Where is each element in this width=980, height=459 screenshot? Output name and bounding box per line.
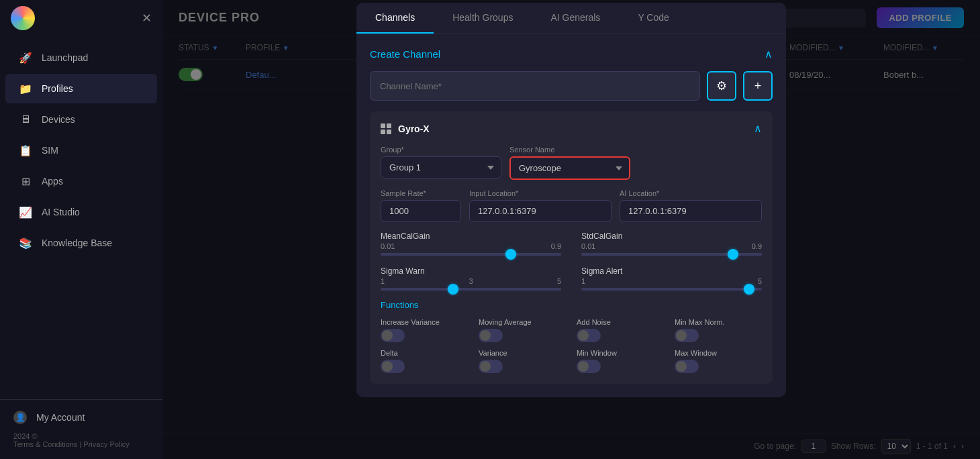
sidebar-item-launchpad[interactable]: 🚀 Launchpad (5, 43, 157, 72)
sim-icon: 📋 (19, 144, 32, 157)
sigma-alert-range: 1 5 (581, 277, 762, 285)
channel-card-header: Gyro-X ∧ (381, 122, 762, 135)
sidebar-item-ai-studio[interactable]: 📈 AI Studio (5, 197, 157, 227)
user-avatar: 👤 (13, 411, 27, 424)
toggle-min-window[interactable] (577, 360, 601, 373)
settings-button[interactable]: ⚙ (707, 71, 736, 101)
close-icon[interactable]: ✕ (142, 11, 152, 26)
add-button[interactable]: + (743, 71, 773, 101)
function-moving-average: Moving Average (479, 318, 566, 342)
ai-location-field: AI Location* (620, 189, 762, 222)
create-channel-section-header: Create Channel ∧ (370, 48, 773, 60)
toggle-moving-average[interactable] (479, 329, 503, 342)
my-account-label: My Account (36, 412, 85, 423)
channel-name-input[interactable] (370, 71, 700, 101)
sidebar-item-devices[interactable]: 🖥 Devices (5, 105, 157, 134)
toggle-max-window[interactable] (675, 360, 699, 373)
sidebar-item-profiles[interactable]: 📁 Profiles (5, 74, 157, 103)
group-field: Group* Group 1 (381, 146, 501, 180)
ai-studio-icon: 📈 (19, 205, 32, 219)
toggle-variance[interactable] (479, 360, 503, 373)
sigma-sliders: Sigma Warn 1 3 5 Sigma Alert (381, 266, 762, 291)
toggle-add-noise[interactable] (577, 329, 601, 342)
sigma-warn-range: 1 3 5 (381, 277, 561, 285)
cal-gain-sliders: MeanCalGain 0.01 0.9 StdCalGain (381, 232, 762, 257)
function-min-max-norm: Min Max Norm. (675, 318, 762, 342)
ai-location-input[interactable] (620, 200, 762, 222)
sigma-alert-group: Sigma Alert 1 5 (581, 266, 762, 291)
sidebar-item-label: AI Studio (42, 207, 80, 217)
mean-cal-gain-track (381, 253, 561, 256)
input-location-field: Input Location* (469, 189, 611, 222)
sidebar: ✕ 🚀 Launchpad 📁 Profiles 🖥 Devices 📋 SIM… (0, 0, 162, 459)
devices-icon: 🖥 (19, 113, 32, 126)
sigma-alert-label: Sigma Alert (581, 266, 762, 276)
mean-cal-gain-thumb[interactable] (505, 249, 516, 260)
input-location-label: Input Location* (469, 189, 611, 197)
tab-health-groups[interactable]: Health Groups (434, 3, 532, 34)
channel-collapse-button[interactable]: ∧ (754, 122, 762, 135)
toggle-min-max-norm[interactable] (675, 329, 699, 342)
tab-ai-generals[interactable]: AI Generals (532, 3, 619, 34)
function-delta: Delta (381, 349, 468, 373)
sigma-alert-track (581, 288, 762, 291)
sample-rate-input[interactable] (381, 200, 461, 222)
collapse-button[interactable]: ∧ (765, 48, 773, 60)
channel-name-label: Gyro-X (398, 123, 430, 134)
input-location-input[interactable] (469, 200, 611, 222)
function-add-noise: Add Noise (577, 318, 664, 342)
ai-location-label: AI Location* (620, 189, 762, 197)
knowledge-base-icon: 📚 (19, 236, 32, 250)
apps-icon: ⊞ (19, 174, 32, 188)
sample-rate-label: Sample Rate* (381, 189, 461, 197)
profiles-icon: 📁 (19, 82, 32, 95)
sigma-warn-group: Sigma Warn 1 3 5 (381, 266, 561, 291)
sidebar-footer: 👤 My Account 2024 © Terms & Conditions |… (0, 399, 162, 459)
modal-content: Create Channel ∧ ⚙ + (356, 34, 786, 397)
footer-links: Terms & Conditions | Privacy Policy (13, 440, 149, 448)
sigma-warn-thumb[interactable] (448, 284, 458, 295)
function-min-window: Min Window (577, 349, 664, 373)
std-cal-gain-thumb[interactable] (728, 249, 738, 260)
group-select[interactable]: Group 1 (381, 156, 501, 178)
channel-name-row: ⚙ + (370, 71, 773, 101)
sigma-warn-track (381, 288, 561, 291)
sensor-name-label: Sensor Name (509, 146, 630, 154)
channel-card: Gyro-X ∧ Group* Group 1 Sens (370, 111, 773, 384)
my-account-item[interactable]: 👤 My Account (13, 411, 149, 424)
mean-cal-gain-group: MeanCalGain 0.01 0.9 (381, 232, 561, 257)
sigma-warn-label: Sigma Warn (381, 266, 561, 276)
std-cal-gain-label: StdCalGain (581, 232, 762, 241)
sensor-name-select[interactable]: Gyroscope (509, 156, 630, 180)
channel-card-title: Gyro-X (381, 123, 430, 134)
sidebar-item-label: Apps (42, 176, 63, 187)
create-channel-title: Create Channel (370, 48, 440, 60)
sidebar-item-knowledge-base[interactable]: 📚 Knowledge Base (5, 228, 157, 258)
mean-cal-gain-range: 0.01 0.9 (381, 242, 561, 250)
tab-channels[interactable]: Channels (356, 3, 434, 34)
toggle-increase-variance[interactable] (381, 329, 405, 342)
sidebar-item-label: Launchpad (42, 52, 88, 63)
tab-y-code[interactable]: Y Code (619, 3, 687, 34)
modal-tabs: Channels Health Groups AI Generals Y Cod… (356, 3, 786, 34)
rate-location-row: Sample Rate* Input Location* AI Location… (381, 189, 762, 222)
sidebar-item-apps[interactable]: ⊞ Apps (5, 166, 157, 196)
sidebar-item-label: Profiles (42, 83, 73, 94)
main-area: DEVICE PRO 🔍 ADD PROFILE STATUS ▼ PROFIL… (162, 0, 980, 459)
sidebar-item-label: Knowledge Base (42, 238, 112, 248)
functions-section: Functions Increase Variance Moving Avera… (381, 300, 762, 373)
toggle-delta[interactable] (381, 360, 405, 373)
group-label: Group* (381, 146, 501, 154)
sidebar-item-label: SIM (42, 145, 58, 156)
function-variance: Variance (479, 349, 566, 373)
std-cal-gain-track (581, 253, 762, 256)
sidebar-item-label: Devices (42, 114, 75, 125)
function-max-window: Max Window (675, 349, 762, 373)
sidebar-item-sim[interactable]: 📋 SIM (5, 136, 157, 165)
functions-grid: Increase Variance Moving Average Add Noi… (381, 318, 762, 373)
app-logo (11, 6, 35, 30)
modal-dialog: Channels Health Groups AI Generals Y Cod… (356, 3, 786, 397)
launchpad-icon: 🚀 (19, 51, 32, 64)
sigma-alert-thumb[interactable] (744, 284, 754, 295)
group-sensor-row: Group* Group 1 Sensor Name Gyroscope (381, 146, 762, 180)
